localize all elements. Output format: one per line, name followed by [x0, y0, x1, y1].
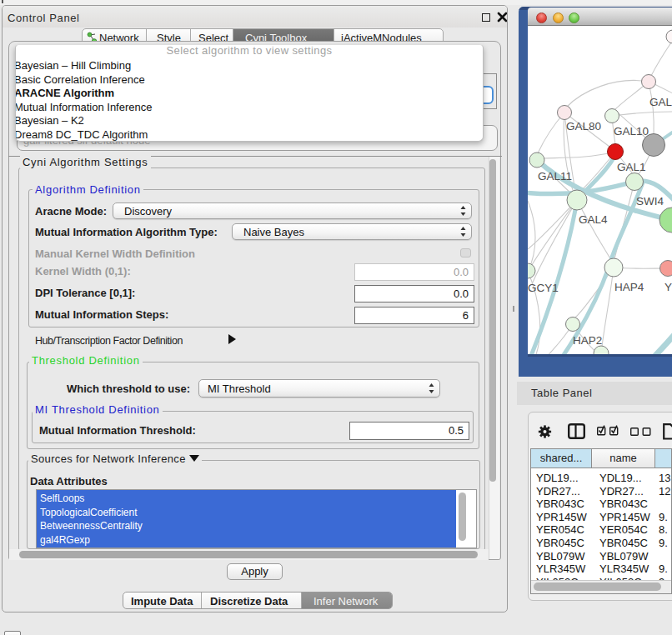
- svg-text:GAL4: GAL4: [579, 213, 608, 226]
- svg-text:GAL80: GAL80: [566, 120, 601, 132]
- svg-text:HAP2: HAP2: [573, 334, 602, 347]
- svg-text:Y: Y: [664, 281, 672, 293]
- svg-text:GAL1: GAL1: [617, 161, 646, 173]
- svg-text:HAP4: HAP4: [614, 281, 644, 293]
- svg-text:GAL10: GAL10: [614, 125, 649, 138]
- svg-text:GCY1: GCY1: [528, 282, 559, 294]
- svg-text:GAL11: GAL11: [538, 170, 572, 182]
- svg-text:GAL2: GAL2: [649, 96, 672, 108]
- svg-text:SWI4: SWI4: [636, 195, 664, 208]
